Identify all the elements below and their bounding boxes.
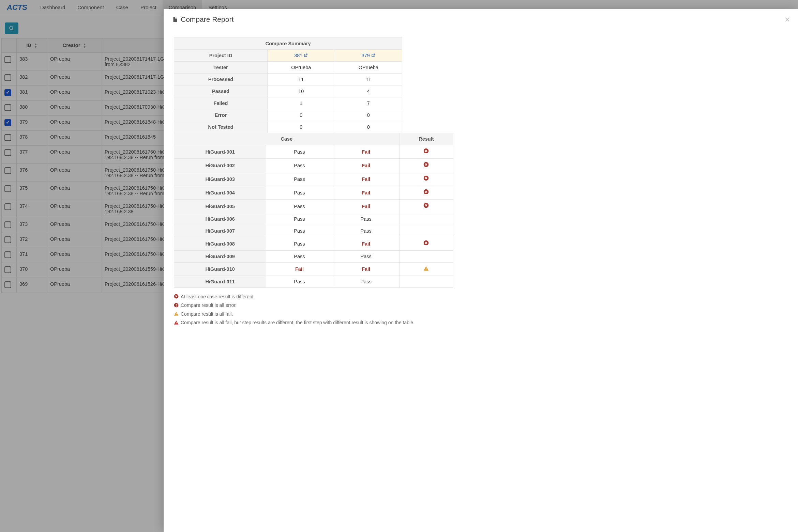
- svg-rect-9: [426, 269, 427, 270]
- case-result-a: Pass: [266, 186, 333, 200]
- circle-x-icon: [174, 293, 179, 296]
- case-result-icon: [399, 172, 453, 186]
- circle-x-icon: [423, 240, 429, 247]
- case-result-icon: [399, 145, 453, 159]
- case-name: HiGuard-010: [174, 263, 266, 276]
- summary-val-b: 4: [335, 85, 402, 97]
- summary-val-a: 0: [268, 121, 335, 133]
- case-result-icon: [399, 186, 453, 200]
- case-result-icon: [399, 276, 453, 288]
- case-row: HiGuard-008PassFail: [174, 237, 453, 251]
- case-result-b: Fail: [333, 186, 399, 200]
- case-row: HiGuard-002PassFail: [174, 159, 453, 172]
- cases-table: Case Result HiGuard-001PassFailHiGuard-0…: [174, 133, 453, 288]
- case-name: HiGuard-011: [174, 276, 266, 288]
- case-result-a: Pass: [266, 276, 333, 288]
- case-row: HiGuard-009PassPass: [174, 251, 453, 263]
- case-result-a: Pass: [266, 159, 333, 172]
- case-result-a: Pass: [266, 225, 333, 237]
- case-result-a: Fail: [266, 263, 333, 276]
- case-row: HiGuard-006PassPass: [174, 213, 453, 225]
- compare-report-modal: Compare Report × Compare Summary Project…: [164, 9, 798, 296]
- legend: At least one case result is different. C…: [172, 293, 790, 296]
- case-name: HiGuard-008: [174, 237, 266, 251]
- case-name: HiGuard-006: [174, 213, 266, 225]
- svg-rect-8: [426, 267, 427, 269]
- case-name: HiGuard-009: [174, 251, 266, 263]
- case-result-a: Pass: [266, 213, 333, 225]
- case-name: HiGuard-001: [174, 145, 266, 159]
- case-result-a: Pass: [266, 172, 333, 186]
- summary-label: Error: [174, 109, 268, 121]
- case-result-b: Fail: [333, 159, 399, 172]
- summary-row: Failed17: [174, 97, 402, 109]
- circle-x-icon: [423, 189, 429, 196]
- case-result-b: Fail: [333, 237, 399, 251]
- case-result-a: Pass: [266, 237, 333, 251]
- modal-body: Compare Summary Project ID381379TesterOP…: [172, 28, 790, 296]
- summary-row: Not Tested00: [174, 121, 402, 133]
- summary-val-b: OPrueba: [335, 62, 402, 74]
- circle-x-icon: [423, 148, 429, 155]
- case-row: HiGuard-001PassFail: [174, 145, 453, 159]
- summary-val-a: 11: [268, 74, 335, 85]
- case-result-b: Pass: [333, 225, 399, 237]
- summary-row: Project ID381379: [174, 50, 402, 62]
- summary-val-b[interactable]: 379: [335, 50, 402, 62]
- summary-row: Passed104: [174, 85, 402, 97]
- case-result-icon: [399, 200, 453, 213]
- case-row: HiGuard-004PassFail: [174, 186, 453, 200]
- case-result-a: Pass: [266, 145, 333, 159]
- circle-x-icon: [423, 203, 429, 209]
- summary-val-a: OPrueba: [268, 62, 335, 74]
- case-row: HiGuard-007PassPass: [174, 225, 453, 237]
- summary-row: TesterOPruebaOPrueba: [174, 62, 402, 74]
- case-result-icon: [399, 159, 453, 172]
- case-result-icon: [399, 237, 453, 251]
- summary-val-a: 1: [268, 97, 335, 109]
- case-result-icon: [399, 251, 453, 263]
- case-result-icon: [399, 263, 453, 276]
- case-result-a: Pass: [266, 200, 333, 213]
- summary-label: Project ID: [174, 50, 268, 62]
- circle-x-icon: [423, 176, 429, 182]
- summary-label: Failed: [174, 97, 268, 109]
- summary-val-b: 11: [335, 74, 402, 85]
- summary-val-b: 7: [335, 97, 402, 109]
- legend-diff: At least one case result is different.: [174, 293, 790, 296]
- summary-label: Processed: [174, 74, 268, 85]
- case-name: HiGuard-007: [174, 225, 266, 237]
- triangle-warn-icon: [423, 266, 429, 272]
- modal-header: Compare Report ×: [172, 15, 790, 28]
- modal-title: Compare Report: [172, 15, 234, 24]
- case-result-b: Pass: [333, 213, 399, 225]
- circle-x-icon: [423, 162, 429, 169]
- external-link-icon: [304, 53, 308, 58]
- case-row: HiGuard-011PassPass: [174, 276, 453, 288]
- case-name: HiGuard-004: [174, 186, 266, 200]
- case-result-icon: [399, 213, 453, 225]
- summary-val-b: 0: [335, 109, 402, 121]
- external-link-icon: [371, 53, 375, 58]
- summary-row: Error00: [174, 109, 402, 121]
- cases-result-header: Result: [399, 133, 453, 145]
- case-row: HiGuard-003PassFail: [174, 172, 453, 186]
- summary-table: Compare Summary Project ID381379TesterOP…: [174, 37, 402, 133]
- close-button[interactable]: ×: [785, 15, 790, 24]
- file-icon: [172, 16, 178, 22]
- summary-val-a: 10: [268, 85, 335, 97]
- summary-header: Compare Summary: [174, 38, 402, 50]
- case-result-b: Fail: [333, 263, 399, 276]
- case-name: HiGuard-003: [174, 172, 266, 186]
- summary-val-b: 0: [335, 121, 402, 133]
- summary-label: Tester: [174, 62, 268, 74]
- case-result-icon: [399, 225, 453, 237]
- summary-val-a[interactable]: 381: [268, 50, 335, 62]
- case-result-b: Pass: [333, 276, 399, 288]
- summary-label: Not Tested: [174, 121, 268, 133]
- summary-label: Passed: [174, 85, 268, 97]
- summary-row: Processed1111: [174, 74, 402, 85]
- case-name: HiGuard-005: [174, 200, 266, 213]
- case-row: HiGuard-005PassFail: [174, 200, 453, 213]
- case-result-b: Fail: [333, 172, 399, 186]
